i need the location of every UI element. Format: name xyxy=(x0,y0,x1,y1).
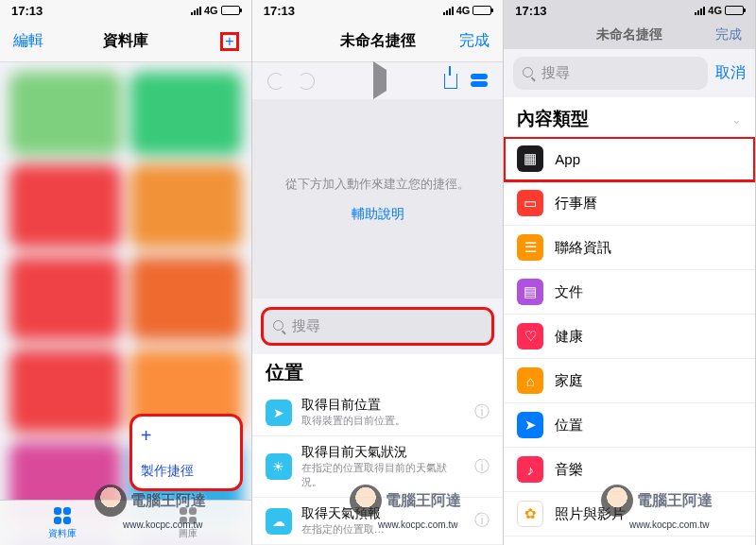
editor-toolbar xyxy=(252,62,504,99)
shortcut-tile[interactable] xyxy=(9,257,121,340)
battery-icon xyxy=(472,6,491,15)
info-icon[interactable]: ⓘ xyxy=(474,511,490,531)
signal-icon xyxy=(443,7,454,15)
action-subtitle: 取得裝置的目前位置。 xyxy=(301,414,466,428)
edit-button[interactable]: 編輯 xyxy=(13,31,43,51)
action-row[interactable]: ➤ 取得目前位置 取得裝置的目前位置。 ⓘ xyxy=(252,389,504,436)
cancel-button[interactable]: 取消 xyxy=(715,63,746,83)
category-item[interactable]: ⌂ 家庭 xyxy=(504,359,755,403)
info-icon[interactable]: ⓘ xyxy=(474,457,490,477)
nav-bar: 未命名捷徑 完成 xyxy=(252,21,504,62)
category-item[interactable]: ▤ 文件 xyxy=(504,270,755,315)
done-button[interactable]: 完成 xyxy=(459,31,490,51)
tab-library[interactable]: 資料庫 xyxy=(0,501,126,545)
dimmed-title: 未命名捷徑 xyxy=(596,26,662,43)
action-row[interactable]: ☀ 取得目前天氣狀況 在指定的位置取得目前的天氣狀況。 ⓘ xyxy=(252,436,504,498)
category-label: 行事曆 xyxy=(555,195,597,213)
status-right: 4G xyxy=(695,5,744,16)
screen-categories: 17:13 4G 未命名捷徑 完成 搜尋 取消 內容類型 ⌄ ▦ App ▭ 行… xyxy=(504,0,756,545)
search-row: 搜尋 取消 xyxy=(504,49,755,97)
category-icon: ⌂ xyxy=(517,367,543,394)
redo-icon[interactable] xyxy=(298,73,315,90)
category-item[interactable]: ➤ 位置 xyxy=(504,403,755,448)
signal-icon xyxy=(191,7,201,15)
create-label: 製作捷徑 xyxy=(141,463,232,480)
watermark-url: www.kocpc.com.tw xyxy=(123,519,202,530)
watermark-url: www.kocpc.com.tw xyxy=(629,519,709,530)
library-icon xyxy=(52,505,73,526)
search-placeholder: 搜尋 xyxy=(541,64,570,82)
battery-icon xyxy=(725,6,744,15)
search-input[interactable]: 搜尋 xyxy=(513,57,708,90)
category-item[interactable]: ↑ 分享 xyxy=(504,536,755,545)
shortcut-tile[interactable] xyxy=(130,164,242,247)
status-bar: 17:13 4G xyxy=(252,0,504,21)
status-bar: 17:13 4G xyxy=(0,0,251,21)
shortcut-tile[interactable] xyxy=(130,72,242,155)
action-title: 取得目前天氣狀況 xyxy=(301,444,466,461)
dimmed-nav: 未命名捷徑 完成 xyxy=(504,21,755,49)
category-icon: ♡ xyxy=(517,323,543,349)
library-content: + 製作捷徑 資料庫 圖庫 xyxy=(0,62,251,545)
plus-icon: + xyxy=(141,425,232,447)
create-shortcut-card[interactable]: + 製作捷徑 xyxy=(130,415,242,490)
play-icon[interactable] xyxy=(373,61,387,99)
page-title: 資料庫 xyxy=(103,31,148,51)
shortcut-tile[interactable] xyxy=(130,257,242,340)
shortcut-tile[interactable] xyxy=(9,349,121,433)
category-label: 家庭 xyxy=(555,372,583,390)
category-item[interactable]: ♡ 健康 xyxy=(504,315,755,359)
category-icon: ➤ xyxy=(517,412,543,438)
tab-library-label: 資料庫 xyxy=(48,527,77,540)
category-item[interactable]: ☰ 聯絡資訊 xyxy=(504,226,755,270)
watermark-url: www.kocpc.com.tw xyxy=(378,519,457,530)
shortcut-tile[interactable] xyxy=(9,164,121,247)
help-link[interactable]: 輔助說明 xyxy=(352,206,404,223)
category-title: 內容類型 xyxy=(517,107,589,131)
category-label: 位置 xyxy=(555,417,583,434)
editor-canvas: 從下方加入動作來建立您的捷徑。 輔助說明 xyxy=(252,99,504,298)
screen-library: 17:13 4G 編輯 資料庫 + + 製作捷徑 資料庫 圖庫 xyxy=(0,0,252,545)
category-item[interactable]: ▦ App xyxy=(504,137,755,181)
status-right: 4G xyxy=(191,5,240,16)
category-list: ▦ App ▭ 行事曆 ☰ 聯絡資訊 ▤ 文件 ♡ 健康 ⌂ 家庭 ➤ 位置 ♪… xyxy=(504,137,755,545)
screen-editor: 17:13 4G 未命名捷徑 完成 從下方加入動作來建立您的捷徑。 輔助說明 搜… xyxy=(252,0,505,545)
status-bar: 17:13 4G xyxy=(504,0,755,21)
category-header[interactable]: 內容類型 ⌄ xyxy=(504,97,755,137)
category-item[interactable]: ♪ 音樂 xyxy=(504,448,755,492)
category-icon: ▦ xyxy=(517,145,543,172)
add-button[interactable]: + xyxy=(221,33,237,50)
category-icon: ☰ xyxy=(517,234,543,261)
search-input[interactable]: 搜尋 xyxy=(262,308,494,345)
dimmed-done: 完成 xyxy=(715,26,742,43)
action-title: 取得目前位置 xyxy=(301,397,466,414)
search-icon xyxy=(273,320,286,333)
signal-icon xyxy=(695,7,705,15)
section-header-location: 位置 xyxy=(252,354,504,389)
category-item[interactable]: ▭ 行事曆 xyxy=(504,181,755,226)
search-placeholder: 搜尋 xyxy=(292,317,320,335)
category-label: 健康 xyxy=(555,328,583,346)
nav-bar: 編輯 資料庫 + xyxy=(0,21,251,62)
category-icon: ✿ xyxy=(517,501,543,527)
category-label: 聯絡資訊 xyxy=(555,239,611,257)
category-icon: ▭ xyxy=(517,190,543,216)
status-time: 17:13 xyxy=(264,4,295,18)
status-right: 4G xyxy=(443,5,492,16)
network-label: 4G xyxy=(708,5,722,16)
undo-icon[interactable] xyxy=(267,73,284,90)
settings-icon[interactable] xyxy=(471,74,488,89)
chevron-down-icon: ⌄ xyxy=(731,112,742,127)
action-icon: ➤ xyxy=(266,400,292,426)
battery-icon xyxy=(221,6,240,15)
shortcut-tile[interactable] xyxy=(9,72,121,155)
status-time: 17:13 xyxy=(11,4,43,18)
network-label: 4G xyxy=(204,5,218,16)
share-icon[interactable] xyxy=(444,74,457,89)
canvas-hint: 從下方加入動作來建立您的捷徑。 xyxy=(285,176,470,193)
action-subtitle: 在指定的位置取得目前的天氣狀況。 xyxy=(301,461,466,489)
page-title: 未命名捷徑 xyxy=(340,31,416,51)
category-label: App xyxy=(555,151,580,167)
info-icon[interactable]: ⓘ xyxy=(474,402,490,422)
category-label: 音樂 xyxy=(555,461,583,479)
